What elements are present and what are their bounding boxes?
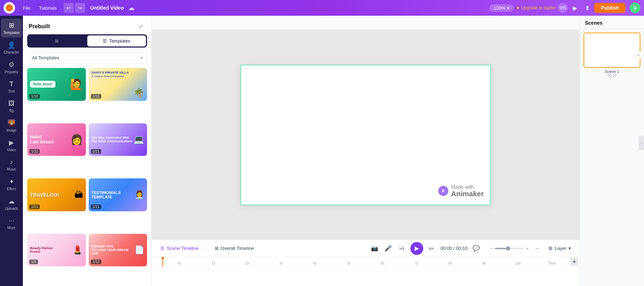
zoom-control[interactable]: 100% ▾	[489, 4, 513, 12]
template-badge-4: 1/11	[91, 149, 101, 154]
resize-icon[interactable]: ↔	[532, 243, 542, 253]
sidebar-item-effect[interactable]: ✦ Effect	[1, 175, 22, 194]
ruler-tick-9: 9s	[467, 261, 501, 267]
zoom-plus-icon[interactable]: +	[526, 246, 528, 251]
template-item-3[interactable]: Hello!I am Susan! 👩 1/12	[27, 123, 86, 156]
panel-expand-button[interactable]: ⤢	[136, 21, 146, 31]
redo-button[interactable]: ↪	[75, 3, 85, 13]
share-button[interactable]: ⬆	[582, 3, 592, 13]
tutorials-menu[interactable]: Tutorials	[35, 4, 60, 12]
preview-play-button[interactable]: ▶	[570, 3, 580, 13]
main-area: ⊞ Templates 👤 Character ⚙ Property T Tex…	[0, 16, 644, 286]
template-badge-1: 1/10	[29, 94, 40, 99]
layer-button[interactable]: ⊞ Layer ▾	[546, 244, 574, 252]
overall-timeline-tab[interactable]: ⊞ Overall Timeline	[212, 244, 257, 252]
more-icon: ···	[9, 217, 14, 225]
ruler-tick-3: 3s	[264, 261, 298, 267]
caption-button[interactable]: 💬	[471, 243, 481, 253]
timeline-area: ☰ Scene Timeline | ⊞ Overall Timeline 📷 …	[152, 240, 580, 286]
scene-item-1[interactable]: + Scene 1 00:10	[584, 33, 640, 78]
list-icon: ☰	[103, 38, 107, 44]
canvas-wrapper[interactable]: A Made with Animaker	[152, 30, 580, 240]
sidebar-item-more[interactable]: ··· More	[1, 214, 22, 233]
sidebar-item-bg[interactable]: 🖼 Bg	[1, 97, 22, 115]
playhead[interactable]	[162, 257, 163, 267]
watermark: A Made with Animaker	[438, 184, 484, 198]
tab-divider: |	[206, 245, 208, 252]
template-badge-5: 1/11	[29, 204, 40, 209]
zoom-value: 100%	[493, 5, 505, 11]
undo-button[interactable]: ↩	[64, 3, 74, 13]
canvas-toolbar	[152, 16, 580, 30]
sidebar-item-templates[interactable]: ⊞ Templates	[1, 19, 22, 38]
template-item-8[interactable]: RESUME TIPSTO LAND YOUR DREAM JOB 📄 1/12	[89, 234, 147, 267]
sidebar-item-uploads[interactable]: ☁ Uploads	[1, 194, 22, 213]
timeline-ruler: 0s 1s 2s 3s 4s 5s 6s 7s 8s 9s 10s Time +…	[152, 257, 580, 267]
scene-timeline-tab[interactable]: ☰ Scene Timeline	[157, 244, 201, 252]
template-item-2[interactable]: DAISY'S PRIVATE VILLAA Hidden Beach Para…	[89, 68, 147, 101]
mic-button[interactable]: 🎤	[383, 243, 393, 253]
scene-label-1: Scene 1	[584, 69, 640, 74]
template-item-5[interactable]: TRAVELGO! 🏔 1/11	[27, 178, 86, 211]
zoom-slider[interactable]	[495, 248, 523, 249]
zoom-chevron-icon: ▾	[507, 5, 509, 11]
panel-header: Prebuilt ⤢	[23, 16, 151, 34]
publish-button[interactable]: Publish	[594, 3, 625, 13]
templates-icon: ⊞	[9, 21, 14, 29]
scene-timeline-icon: ☰	[160, 246, 165, 251]
video-title: Untitled Video	[90, 5, 124, 11]
panel-collapse-button[interactable]: ‹	[639, 136, 644, 150]
zoom-minus-icon[interactable]: −	[490, 246, 493, 251]
slider-thumb[interactable]	[506, 246, 510, 251]
star-icon: ★	[516, 5, 520, 10]
scene-timeline-label: Scene Timeline	[167, 246, 199, 251]
layer-expand-icon: ▾	[569, 246, 571, 251]
effect-icon: ✦	[9, 178, 14, 186]
sidebar-item-video[interactable]: ▶ Video	[1, 136, 22, 155]
sidebar-item-music[interactable]: ♪ Music	[1, 156, 22, 174]
tab-templates-button[interactable]: ☰ Templates	[87, 35, 146, 46]
camera-button[interactable]: 📷	[370, 243, 380, 253]
sidebar-item-property[interactable]: ⚙ Property	[1, 58, 22, 77]
ruler-tick-4: 4s	[298, 261, 332, 267]
templates-dropdown[interactable]: All Templates Business Education Social …	[27, 52, 147, 64]
tab-grid-button[interactable]: ⊞	[27, 34, 86, 48]
scene-add-button[interactable]: +	[634, 51, 643, 59]
timeline-content	[152, 267, 580, 286]
canvas-area: A Made with Animaker ☰ Scene Timeline | …	[152, 16, 580, 286]
sidebar-label-text: Text	[8, 89, 15, 93]
canvas-stage[interactable]: A Made with Animaker	[240, 65, 491, 205]
property-icon: ⚙	[9, 61, 14, 69]
template-item-1[interactable]: Hello there! 🙋 1/10	[27, 68, 86, 101]
sidebar-label-image: Image	[6, 128, 16, 132]
prev-button[interactable]: ⏮	[397, 243, 407, 253]
time-plus-button[interactable]: +	[570, 258, 578, 266]
sidebar-label-music: Music	[7, 167, 16, 171]
template-item-6[interactable]: TESTIMONIALSTEMPLATE 👩‍💼 1/11	[89, 178, 147, 211]
template-item-4[interactable]: She Was Frustrated With The Team Communi…	[89, 123, 147, 156]
sidebar-item-character[interactable]: 👤 Character	[1, 38, 22, 57]
app-logo[interactable]	[4, 2, 15, 14]
user-avatar[interactable]: U	[630, 3, 640, 13]
upgrade-button[interactable]: ★ Upgrade to starter	[516, 5, 556, 10]
time-separator: /	[453, 246, 456, 251]
upgrade-label: Upgrade to starter	[521, 5, 556, 10]
template-item-7[interactable]: Beauty ParlourPromo 💄 1/9	[27, 234, 86, 267]
cloud-save-icon[interactable]: ☁	[128, 4, 135, 12]
sidebar-item-image[interactable]: 🌄 Image	[1, 116, 22, 135]
panel-title: Prebuilt	[29, 23, 50, 30]
percent-indicator[interactable]: 0%	[558, 3, 568, 13]
playback-controls: 📷 🎤 ⏮ ▶ ⏭ 00:00 / 00:10 💬	[370, 242, 481, 255]
sidebar-label-video: Video	[7, 148, 16, 152]
scenes-header: Scenes	[580, 16, 644, 29]
zoom-slider-group: − +	[490, 246, 528, 251]
sidebar-item-text[interactable]: T Text	[1, 78, 22, 96]
file-menu[interactable]: File	[19, 4, 34, 12]
play-button[interactable]: ▶	[410, 242, 423, 255]
templates-panel: Prebuilt ⤢ ⊞ ☰ Templates All Templates B…	[23, 16, 152, 286]
logo-inner	[6, 4, 13, 11]
layer-label: Layer	[555, 246, 566, 251]
timeline-right-controls: − + ↔ ⊞ Layer ▾	[490, 243, 574, 253]
templates-dropdown-row: All Templates Business Education Social …	[27, 52, 147, 64]
next-button[interactable]: ⏭	[427, 243, 437, 253]
